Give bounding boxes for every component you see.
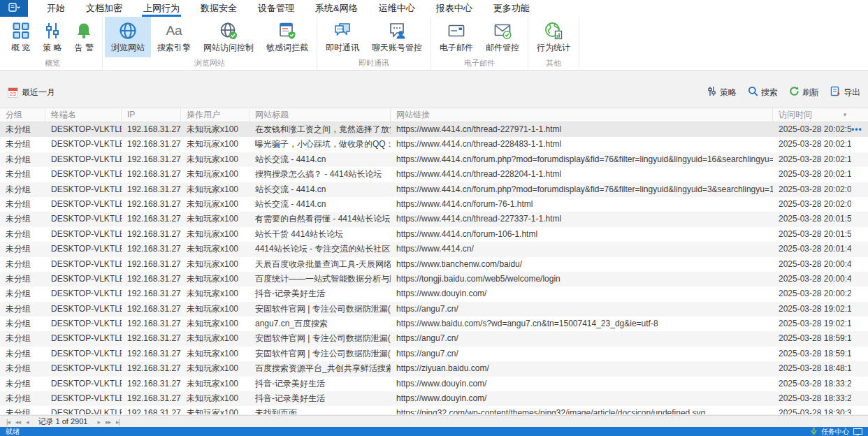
column-header-url[interactable]: 网站链接: [391, 108, 773, 122]
column-header-group[interactable]: 分组: [0, 108, 45, 122]
cell-url: https://www.4414.cn/forum-76-1.html: [391, 197, 773, 212]
table-row[interactable]: 未分组DESKTOP-VLKTLE1192.168.31.27未知玩家x100百…: [0, 272, 868, 286]
menu-tab-device-management[interactable]: 设备管理: [247, 0, 305, 17]
table-row[interactable]: 未分组DESKTOP-VLKTLE1192.168.31.27未知玩家x100抖…: [0, 377, 868, 391]
table-row[interactable]: 未分组DESKTOP-VLKTLE1192.168.31.27未知玩家x100天…: [0, 257, 868, 272]
table-row[interactable]: 未分组DESKTOP-VLKTLE1192.168.31.27未知玩家x100安…: [0, 347, 868, 361]
nav-first-button[interactable]: |◂: [3, 419, 13, 426]
column-header-user[interactable]: 操作用户: [181, 108, 249, 122]
nav-last-button[interactable]: ▸|: [113, 419, 122, 426]
cell-terminal: DESKTOP-VLKTLE1: [45, 152, 122, 167]
column-header-label: 分组: [6, 110, 22, 119]
cell-title: 搜狗搜录怎么搞？ - 4414站长论坛: [249, 167, 391, 182]
table-row[interactable]: 未分组DESKTOP-VLKTLE1192.168.31.27未知玩家x100有…: [0, 212, 868, 226]
cell-terminal: DESKTOP-VLKTLE1: [45, 361, 122, 376]
column-filter-dropdown-icon[interactable]: ▼: [842, 108, 848, 122]
monitor-icon[interactable]: [853, 428, 862, 435]
column-header-time[interactable]: 访问时间▼: [773, 108, 851, 122]
table-row[interactable]: 未分组DESKTOP-VLKTLE1192.168.31.27未知玩家x100a…: [0, 317, 868, 331]
table-row[interactable]: 未分组DESKTOP-VLKTLE1192.168.31.27未知玩家x100抖…: [0, 286, 868, 301]
ribbon-button-search-engine[interactable]: Aa搜索引擎: [151, 17, 197, 57]
menu-tab-doc-encrypt[interactable]: 文档加密: [75, 0, 133, 17]
menu-tab-label: 文档加密: [86, 3, 122, 13]
cell-title: 未找到页面: [249, 406, 391, 414]
cell-user: 未知玩家x100: [181, 331, 249, 346]
cell-user: 未知玩家x100: [181, 182, 249, 197]
table-row[interactable]: 未分组DESKTOP-VLKTLE1192.168.31.27未知玩家x1004…: [0, 242, 868, 256]
ribbon-button-label: 电子邮件: [440, 42, 473, 54]
date-range-filter[interactable]: 23 最近一月: [8, 87, 55, 99]
nav-next-page-button[interactable]: ▸▸: [103, 419, 113, 426]
cell-time: 2025-03-28 19:02:19: [773, 302, 851, 317]
table-row[interactable]: 未分组DESKTOP-VLKTLE1192.168.31.27未知玩家x100站…: [0, 152, 868, 167]
ribbon-button-overview[interactable]: 概 览: [5, 17, 36, 57]
menu-tab-data-security[interactable]: 数据安全: [190, 0, 247, 17]
cell-title: 在发钱和涨工资之间，竟然选择了放贷款，...: [249, 122, 391, 137]
ribbon-group-im: 即时通讯聊天账号管控即时通讯: [317, 17, 431, 70]
app-menu-button[interactable]: [0, 0, 28, 17]
cell-url: https://angu7.cn/: [391, 331, 773, 346]
cell-user: 未知玩家x100: [181, 137, 249, 152]
row-actions-button[interactable]: •••: [851, 122, 862, 137]
cell-title: 抖音-记录美好生活: [249, 391, 391, 406]
refresh-button[interactable]: 刷新: [789, 86, 819, 99]
search-button-label: 搜索: [761, 87, 778, 99]
ribbon-button-email-control[interactable]: 邮件管控: [479, 17, 526, 57]
cell-terminal: DESKTOP-VLKTLE1: [45, 257, 122, 272]
policy-button[interactable]: 策略: [707, 86, 737, 99]
ribbon-button-chat-account-control[interactable]: 聊天账号管控: [366, 17, 428, 57]
cell-time: 2025-03-28 18:33:26: [773, 377, 851, 391]
download-arrow-icon: [811, 428, 817, 436]
ribbon-button-website-access-control[interactable]: 网站访问控制: [197, 17, 260, 57]
column-header-label: IP: [127, 110, 135, 119]
menu-tab-internet-behavior[interactable]: 上网行为: [133, 0, 190, 17]
table-row[interactable]: 未分组DESKTOP-VLKTLE1192.168.31.27未知玩家x100曝…: [0, 137, 868, 152]
table-row[interactable]: 未分组DESKTOP-VLKTLE1192.168.31.27未知玩家x100安…: [0, 331, 868, 346]
ribbon-button-im[interactable]: 即时通讯: [319, 17, 366, 57]
ribbon-button-behavior-stats[interactable]: 行为统计: [530, 17, 577, 57]
table-row[interactable]: 未分组DESKTOP-VLKTLE1192.168.31.27未知玩家x100未…: [0, 406, 868, 414]
cell-url: https://www.douyin.com/: [391, 377, 773, 391]
table-row[interactable]: 未分组DESKTOP-VLKTLE1192.168.31.27未知玩家x100在…: [0, 122, 868, 137]
table-row[interactable]: 未分组DESKTOP-VLKTLE1192.168.31.27未知玩家x100百…: [0, 361, 868, 376]
table-row[interactable]: 未分组DESKTOP-VLKTLE1192.168.31.27未知玩家x100抖…: [0, 391, 868, 406]
table-row[interactable]: 未分组DESKTOP-VLKTLE1192.168.31.27未知玩家x100站…: [0, 182, 868, 197]
ribbon-button-alert[interactable]: 告 警: [68, 17, 100, 57]
cell-url: https://tongji.baidu.com/web5/welcome/lo…: [391, 272, 773, 286]
cell-ip: 192.168.31.27: [122, 152, 181, 167]
ribbon-button-sensitive-word-block[interactable]: 敏感词拦截: [260, 17, 314, 57]
nav-prev-page-button[interactable]: ◂◂: [13, 419, 23, 426]
menu-tab-ops-center[interactable]: 运维中心: [368, 0, 426, 17]
chat-icon: [333, 21, 352, 40]
cell-group: 未分组: [0, 212, 45, 226]
ribbon-button-policy[interactable]: 策 略: [36, 17, 68, 57]
table-row[interactable]: 未分组DESKTOP-VLKTLE1192.168.31.27未知玩家x100安…: [0, 302, 868, 317]
column-header-title[interactable]: 网站标题: [249, 108, 391, 122]
export-button[interactable]: 导出: [830, 86, 860, 99]
table-row[interactable]: 未分组DESKTOP-VLKTLE1192.168.31.27未知玩家x100站…: [0, 227, 868, 242]
nav-next-button[interactable]: ▸: [94, 419, 103, 426]
column-header-ip[interactable]: IP: [122, 108, 181, 122]
globe-icon: [119, 21, 138, 40]
cell-title: 站长交流 - 4414.cn: [249, 152, 391, 167]
menu-tab-system-network[interactable]: 系统&网络: [305, 0, 368, 17]
nav-prev-button[interactable]: ◂: [23, 419, 31, 426]
cell-group: 未分组: [0, 227, 45, 242]
cell-user: 未知玩家x100: [181, 377, 249, 391]
mail-icon: [447, 21, 466, 40]
menu-tab-report-center[interactable]: 报表中心: [426, 0, 483, 17]
cell-url: https://www.tianchenw.com/baidu/: [391, 257, 773, 272]
table-row[interactable]: 未分组DESKTOP-VLKTLE1192.168.31.27未知玩家x100搜…: [0, 167, 868, 182]
search-button[interactable]: 搜索: [748, 86, 778, 99]
ribbon-button-browse-website[interactable]: 浏览网站: [105, 17, 151, 57]
ribbon-button-email[interactable]: 电子邮件: [433, 17, 479, 57]
cell-time: 2025-03-28 20:01:50: [773, 227, 851, 242]
ribbon-group-label: 其他: [530, 57, 577, 71]
task-center-button[interactable]: 任务中心: [821, 427, 849, 436]
cell-url: https://www.4414.cn/thread-227971-1-1.ht…: [391, 122, 773, 137]
menu-tab-more-features[interactable]: 更多功能: [483, 0, 540, 17]
table-row[interactable]: 未分组DESKTOP-VLKTLE1192.168.31.27未知玩家x100站…: [0, 197, 868, 212]
menu-tab-start[interactable]: 开始: [36, 0, 75, 17]
column-header-terminal[interactable]: 终端名: [45, 108, 122, 122]
cell-user: 未知玩家x100: [181, 391, 249, 406]
